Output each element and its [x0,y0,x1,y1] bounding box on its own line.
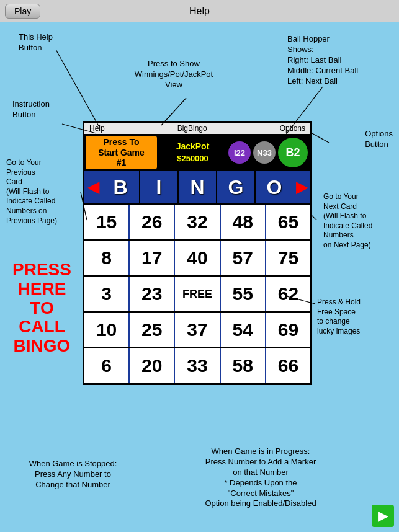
go-next-card-label: Go to YourNext Card(Will Flash toIndicat… [323,192,398,250]
play-button[interactable]: Play [5,4,40,19]
cell-r2c1[interactable]: 8 [84,241,130,275]
balls-display: I22 N33 B2 [228,138,308,167]
cell-r2c4[interactable]: 57 [221,241,266,275]
cell-r1c1[interactable]: 15 [84,205,130,239]
options-button-label: OptionsButton [365,129,393,150]
cell-r1c4[interactable]: 48 [221,205,266,239]
table-row: 6 20 33 58 66 [84,347,310,383]
cell-r2c2[interactable]: 17 [130,241,175,275]
jackpot-amount: $250000 [157,153,228,164]
bingo-b: B [102,171,140,203]
when-stopped-label: When Game is Stopped:Press Any Number to… [12,459,133,490]
top-bar: Play Help [0,0,399,22]
bigbingo-tab[interactable]: BigBingo [177,124,207,133]
table-row: 8 17 40 57 75 [84,239,310,275]
card-tabbar: Help BigBingo Options [84,123,310,134]
bingo-n: N [179,171,217,203]
bingo-letters: B I N G O [102,171,293,203]
when-progress-label: When Game is in Progress:Press Number to… [140,446,382,509]
bingo-g: G [217,171,256,203]
cell-r3c2[interactable]: 23 [130,277,175,311]
cell-r4c2[interactable]: 25 [130,313,175,347]
ball-next: N33 [253,141,276,164]
cell-r2c3[interactable]: 40 [175,241,220,275]
table-row: 3 23 FREE 55 62 [84,275,310,311]
cell-r4c4[interactable]: 54 [221,313,266,347]
bingo-i: I [140,171,179,203]
prev-card-arrow[interactable]: ◀ [84,171,102,203]
help-tab[interactable]: Help [89,124,105,133]
svg-line-3 [312,133,329,143]
cell-r3c1[interactable]: 3 [84,277,130,311]
bingo-o: O [256,171,293,203]
cell-r5c1[interactable]: 6 [84,348,130,383]
table-row: 15 26 32 48 65 [84,203,310,239]
cell-r4c1[interactable]: 10 [84,313,130,347]
cell-r1c3[interactable]: 32 [175,205,220,239]
cell-r1c5[interactable]: 65 [266,205,310,239]
press-here-label: PRESSHERETOCALLBINGO [6,260,78,356]
cell-r5c4[interactable]: 58 [221,348,266,383]
cell-r5c3[interactable]: 33 [175,348,220,383]
cell-r4c3[interactable]: 37 [175,313,220,347]
page-title: Help [189,6,210,17]
go-prev-card-label: Go to YourPreviousCard(Will Flash toIndi… [6,158,81,226]
press-hold-free-label: Press & HoldFree Spaceto changelucky ima… [317,298,398,336]
cell-r3c5[interactable]: 62 [266,277,310,311]
cell-r5c5[interactable]: 66 [266,348,310,383]
ball-hopper-row: Press ToStart Game#1 JackPot $250000 I22… [84,134,310,171]
cell-r5c2[interactable]: 20 [130,348,175,383]
free-space[interactable]: FREE [175,277,220,311]
jackpot-label: JackPot [157,141,228,153]
number-grid: 15 26 32 48 65 8 17 40 57 75 3 23 FREE 5… [84,203,310,383]
cell-r2c5[interactable]: 75 [266,241,310,275]
ball-hopper-label: Ball HopperShows:Right: Last BallMiddle:… [287,34,393,86]
cell-r4c5[interactable]: 69 [266,313,310,347]
press-start-button[interactable]: Press ToStart Game#1 [86,136,157,169]
table-row: 10 25 37 54 69 [84,311,310,347]
press-to-show-label: Press to ShowWinnings/Pot/JackPotView [124,59,223,91]
bingo-header-row: ◀ B I N G O ▶ [84,171,310,203]
options-tab[interactable]: Options [280,124,305,133]
cell-r1c2[interactable]: 26 [130,205,175,239]
next-page-arrow[interactable]: ▶ [372,505,394,527]
ball-current: B2 [278,138,308,167]
instruction-button-label: InstructionButton [12,99,50,120]
this-help-button-label: This HelpButton [19,32,53,53]
svg-line-0 [56,50,99,127]
bingo-card: Help BigBingo Options Press ToStart Game… [83,121,312,385]
ball-last: I22 [228,141,251,164]
jackpot-display: JackPot $250000 [157,141,228,164]
cell-r3c4[interactable]: 55 [221,277,266,311]
next-card-arrow[interactable]: ▶ [293,171,310,203]
